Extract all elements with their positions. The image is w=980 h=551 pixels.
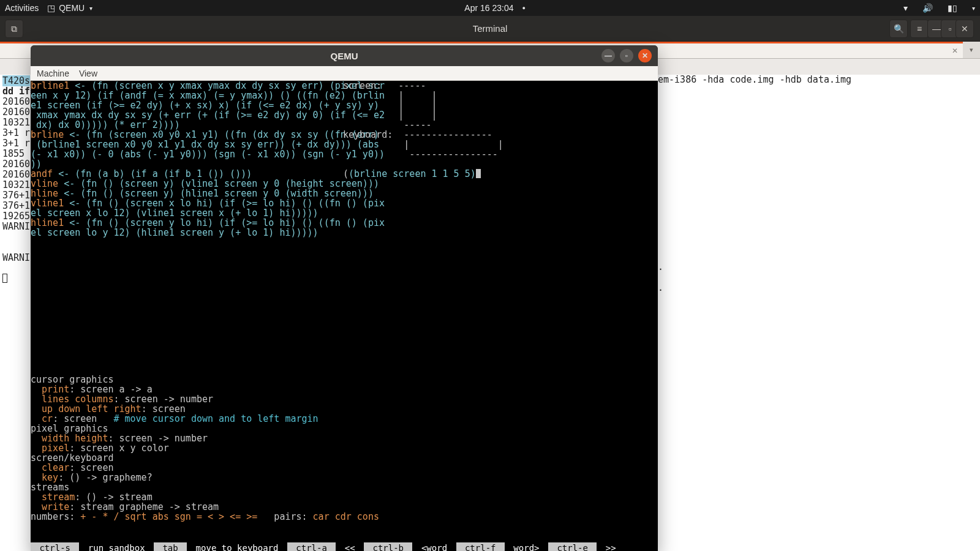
terminal-dot: . — [658, 283, 663, 293]
terminal-cursor — [2, 274, 7, 283]
app-menu[interactable]: ◳ QEMU ▾ — [47, 3, 92, 13]
out-line: WARNI — [2, 252, 30, 263]
menu-machine[interactable]: Machine — [37, 69, 69, 78]
new-tab-button[interactable]: ⧉ — [5, 20, 23, 38]
activities-button[interactable]: Activities — [5, 3, 39, 13]
statusbar-larr: << — [336, 542, 364, 551]
clock[interactable]: Apr 16 23:04 — [464, 3, 513, 13]
wifi-icon[interactable]: ▾ — [903, 3, 908, 13]
terminal-headerbar: ⧉ Terminal 🔍 ≡ — ▫ ✕ — [0, 16, 980, 42]
qemu-defs-pane: brline1 <- (fn (screen x y xmax ymax dx … — [31, 81, 343, 522]
system-menu-chevron-icon[interactable]: ▾ — [972, 5, 975, 12]
qemu-maximize-button[interactable]: ▫ — [620, 49, 633, 62]
tab-close-icon[interactable]: ✕ — [952, 47, 958, 55]
qemu-titlebar[interactable]: QEMU — ▫ ✕ — [31, 45, 658, 66]
out-line: 20160 — [2, 107, 30, 118]
out-line: 20160 — [2, 159, 30, 170]
qemu-screen[interactable]: brline1 <- (fn (screen x y xmax ymax dx … — [31, 81, 658, 551]
qemu-icon: ◳ — [47, 3, 55, 13]
repl-input: (brline screen 1 1 5 5) — [349, 168, 476, 179]
statusbar-ctrl-e[interactable]: ctrl-e — [548, 542, 597, 551]
statusbar-move: move to keyboard — [187, 542, 287, 551]
terminal-title: Terminal — [473, 23, 508, 34]
out-line: 376+1 — [2, 200, 30, 211]
qemu-close-button[interactable]: ✕ — [638, 49, 652, 62]
chevron-down-icon: ▾ — [89, 5, 92, 12]
statusbar-tab[interactable]: tab — [154, 542, 187, 551]
notification-dot-icon: ● — [522, 5, 525, 11]
statusbar-rword: word> — [505, 542, 548, 551]
out-line: 20160 — [2, 96, 30, 107]
statusbar-ctrl-s[interactable]: ctrl-s — [31, 542, 79, 551]
out-line: 376+1 — [2, 190, 30, 201]
out-line: 3+1 r — [2, 127, 30, 138]
statusbar-rarr: >> — [597, 542, 625, 551]
host-fragment: T420s — [2, 75, 30, 86]
tab-add-button[interactable]: ▾ — [963, 42, 980, 58]
app-menu-label: QEMU — [59, 3, 85, 13]
hamburger-menu-button[interactable]: ≡ — [910, 20, 929, 38]
terminal-dot: . — [658, 262, 663, 272]
battery-icon[interactable]: ▮▯ — [948, 3, 957, 13]
statusbar-ctrl-a[interactable]: ctrl-a — [287, 542, 336, 551]
qemu-repl-pane: screen: ----- | | | | | | ----- keyboard… — [343, 81, 655, 179]
qemu-minimize-button[interactable]: — — [601, 49, 615, 62]
window-close-button[interactable]: ✕ — [956, 20, 974, 38]
statusbar-lword: <word — [412, 542, 456, 551]
qemu-statusbar: ctrl-s run sandbox tab move to keyboard … — [31, 542, 658, 551]
out-line: 3+1 r — [2, 138, 30, 149]
qemu-window: QEMU — ▫ ✕ Machine View brline1 <- (fn (… — [31, 45, 658, 551]
statusbar-ctrl-b[interactable]: ctrl-b — [364, 542, 412, 551]
menu-view[interactable]: View — [79, 69, 97, 78]
out-line: 1855 — [2, 148, 30, 159]
repl-cursor — [476, 169, 481, 178]
out-line: 20160 — [2, 169, 30, 180]
gnome-topbar: Activities ◳ QEMU ▾ Apr 16 23:04 ● ▾ 🔊 ▮… — [0, 0, 980, 16]
qemu-title: QEMU — [331, 51, 358, 61]
out-line: WARNI — [2, 221, 30, 232]
statusbar-run: run sandbox — [79, 542, 154, 551]
search-button[interactable]: 🔍 — [889, 20, 908, 38]
statusbar-ctrl-f[interactable]: ctrl-f — [456, 542, 505, 551]
volume-icon[interactable]: 🔊 — [922, 3, 933, 13]
qemu-menubar: Machine View — [31, 66, 658, 81]
terminal-right-fragment: em-i386 -hda code.img -hdb data.img — [658, 75, 851, 85]
